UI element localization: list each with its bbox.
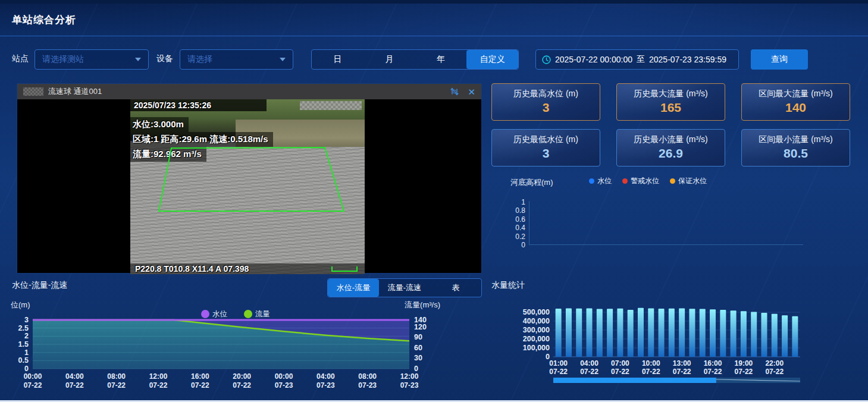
stage-flow-chart: 位(m)流量(m³/s)32.521.510.50140120906030000… [0,299,443,402]
svg-text:19:0007-22: 19:0007-22 [735,359,753,376]
station-select[interactable]: 请选择测站 [35,49,149,70]
riverbed-y-tick: 0.4 [503,224,525,232]
riverbed-y-axis [529,201,529,244]
volume-bar [772,314,778,357]
svg-text:10:0007-22: 10:0007-22 [642,359,660,376]
stage-flow-tab-表[interactable]: 表 [430,279,481,297]
osd-bottom-bar: P220.8 T010.8 X11.4 A 07.398 [130,263,365,274]
datazoom-filled[interactable] [553,378,716,383]
legend-dot [670,178,675,184]
date-range-end: 2025-07-23 23:59:59 [649,55,726,64]
stage-flow-chart-svg: 位(m)流量(m³/s)32.521.510.50140120906030000… [0,299,443,402]
stat-card-label: 区间最小流量 (m³/s) [742,134,850,145]
legend-label: 水位 [597,176,612,186]
svg-text:位(m): 位(m) [11,300,30,309]
period-tab-日[interactable]: 日 [312,50,364,69]
svg-text:16:0007-22: 16:0007-22 [704,359,722,376]
volume-bar [556,309,562,357]
stat-card: 历史最低水位 (m)3 [491,129,600,167]
legend-item-水位[interactable]: 水位 [589,176,612,186]
riverbed-x-axis [529,244,803,245]
period-tab-年[interactable]: 年 [415,50,467,69]
station-select-placeholder: 请选择测站 [42,54,130,65]
stream-switch-icon[interactable]: S [450,87,459,96]
stat-card-label: 历史最小流量 (m³/s) [617,134,725,145]
volume-bar [669,309,675,357]
riverbed-y-tick: 0.8 [503,206,525,215]
volume-chart-svg: 500,000400,000300,000200,000100,000001:0… [491,294,868,402]
svg-text:07:0007-22: 07:0007-22 [611,359,629,376]
svg-text:22:0007-22: 22:0007-22 [765,359,784,376]
volume-bar [741,311,747,357]
stat-card-label: 区间最大流量 (m³/s) [742,89,850,99]
query-button[interactable]: 查询 [751,49,808,70]
date-range-picker[interactable]: 2025-07-22 00:00:00 至 2025-07-23 23:59:5… [535,49,739,70]
device-select[interactable]: 请选择 [180,49,293,70]
volume-bar [700,309,706,357]
measurement-region-outline [130,99,365,274]
svg-text:流量(m³/s): 流量(m³/s) [405,300,440,309]
volume-bar [659,309,665,357]
stat-card-value: 3 [492,100,600,115]
stat-card-value: 80.5 [742,146,850,161]
svg-text:1: 1 [24,348,29,357]
svg-text:30: 30 [414,354,422,362]
redacted-station-name [23,87,43,96]
legend-dot [589,178,594,184]
stage-flow-tab-流量-流速[interactable]: 流量-流速 [379,279,430,297]
svg-text:300,000: 300,000 [523,326,550,334]
stat-card-label: 历史最大流量 (m³/s) [617,89,725,99]
close-icon[interactable]: ✕ [468,87,475,96]
stage-flow-tab-group: 水位-流量流量-流速表 [327,278,482,297]
svg-text:04:0007-23: 04:0007-23 [317,372,335,390]
volume-bar [587,309,593,357]
stat-card: 历史最高水位 (m)3 [491,83,600,121]
date-range-separator: 至 [637,54,645,65]
volume-bar [720,310,726,357]
svg-text:00:0007-23: 00:0007-23 [275,372,293,390]
legend-dot-flow[interactable] [244,310,252,318]
period-tab-月[interactable]: 月 [364,50,415,69]
legend-item-保证水位[interactable]: 保证水位 [670,176,707,186]
legend-item-警戒水位[interactable]: 警戒水位 [622,176,659,186]
svg-text:S: S [453,89,456,95]
legend-dot-stage[interactable] [201,310,209,318]
device-select-placeholder: 请选择 [187,54,275,65]
volume-bar [617,309,623,357]
riverbed-y-tick: 0.6 [503,215,525,224]
header-divider [0,36,868,36]
riverbed-chart-title: 河底高程(m) [510,177,553,188]
svg-text:12:0007-22: 12:0007-22 [149,372,168,390]
svg-text:2: 2 [24,332,29,340]
volume-bar [679,309,685,357]
stat-card-value: 140 [742,100,850,115]
stage-flow-tab-水位-流量[interactable]: 水位-流量 [328,279,379,297]
svg-text:流量: 流量 [255,310,270,318]
volume-chart: 500,000400,000300,000200,000100,000001:0… [491,294,868,402]
volume-bar [689,309,695,357]
svg-text:00:0007-22: 00:0007-22 [24,372,42,390]
clock-icon [542,55,551,64]
date-range-start: 2025-07-22 00:00:00 [555,55,632,64]
volume-bar [607,309,613,357]
svg-text:08:0007-23: 08:0007-23 [358,372,377,390]
device-label: 设备 [156,54,173,64]
svg-text:60: 60 [414,344,422,352]
stat-card: 区间最小流量 (m³/s)80.5 [741,129,850,167]
svg-text:0: 0 [24,365,29,373]
period-tab-自定义[interactable]: 自定义 [466,50,518,69]
svg-text:16:0007-22: 16:0007-22 [191,372,209,390]
single-station-analysis-page: 单站综合分析 站点 请选择测站 设备 请选择 日月年自定义 2025-07-22… [0,0,868,402]
svg-text:90: 90 [414,333,422,341]
period-tab-group: 日月年自定义 [311,49,519,70]
top-strip [0,0,868,4]
stat-card: 区间最大流量 (m³/s)140 [741,83,850,121]
volume-bar [792,316,798,357]
stage-flow-section-title: 水位-流量-流速 [12,280,67,291]
riverbed-y-tick: 0 [503,241,525,249]
stat-card-value: 3 [492,146,600,161]
svg-text:13:0007-22: 13:0007-22 [673,359,691,376]
volume-bar [731,310,737,357]
video-title: 流速球 通道001 [48,86,450,97]
svg-text:08:0007-22: 08:0007-22 [107,372,126,390]
